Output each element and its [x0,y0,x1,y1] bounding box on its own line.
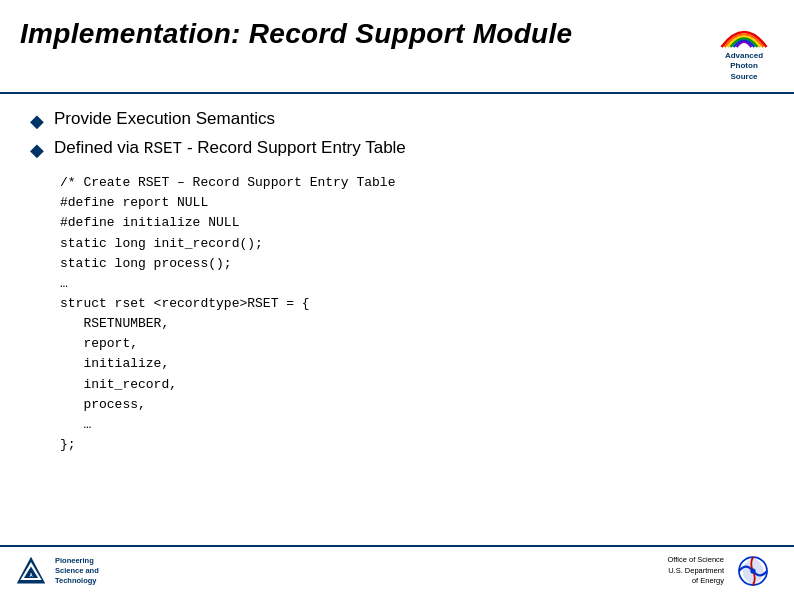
argonne-logo-icon: A [15,555,47,587]
code-line-13: }; [60,435,764,455]
bullet-diamond-icon-2: ◆ [30,139,44,161]
pioneering-label: Pioneering Science and Technology [55,556,99,585]
slide: Implementation: Record Support Module Ad… [0,0,794,595]
code-line-0: /* Create RSET – Record Support Entry Ta… [60,173,764,193]
code-line-11: process, [60,395,764,415]
code-line-12: … [60,415,764,435]
bullet-diamond-icon: ◆ [30,110,44,132]
code-line-8: report, [60,334,764,354]
code-block: /* Create RSET – Record Support Entry Ta… [30,173,764,455]
aps-logo: Advanced Photon Source [714,13,774,82]
aps-logo-text: Advanced Photon Source [725,51,763,82]
footer: A Pioneering Science and Technology Offi… [0,545,794,595]
bullet-list: ◆ Provide Execution Semantics ◆ Defined … [30,109,764,161]
slide-title: Implementation: Record Support Module [20,18,572,50]
code-line-6: struct rset <recordtype>RSET = { [60,294,764,314]
aps-logo-graphic [714,13,774,51]
bullet-text-2: Defined via RSET - Record Support Entry … [54,138,406,158]
bullet-text-1: Provide Execution Semantics [54,109,275,129]
header: Implementation: Record Support Module Ad… [0,0,794,94]
slide-content: ◆ Provide Execution Semantics ◆ Defined … [0,94,794,545]
code-line-2: #define initialize NULL [60,213,764,233]
code-line-7: RSETNUMBER, [60,314,764,334]
code-line-1: #define report NULL [60,193,764,213]
code-line-4: static long process(); [60,254,764,274]
bullet-item-2: ◆ Defined via RSET - Record Support Entr… [30,138,764,161]
footer-right: Office of Science U.S. Department of Ene… [667,555,774,587]
doe-logo-icon [732,555,774,587]
bullet-item-1: ◆ Provide Execution Semantics [30,109,764,132]
office-label: Office of Science U.S. Department of Ene… [667,555,724,587]
code-line-3: static long init_record(); [60,234,764,254]
code-line-10: init_record, [60,375,764,395]
code-line-5: … [60,274,764,294]
svg-point-5 [750,568,755,573]
code-line-9: initialize, [60,354,764,374]
footer-left: A Pioneering Science and Technology [15,555,99,587]
